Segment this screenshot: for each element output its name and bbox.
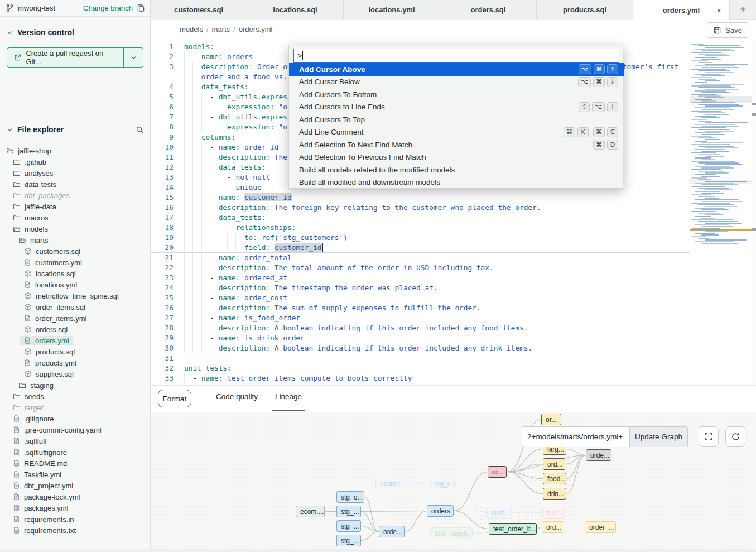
lineage-node-18-orde[interactable]: orde... bbox=[586, 449, 611, 461]
tab-customers-sql[interactable]: customers.sql bbox=[151, 0, 247, 20]
lineage-node-15-ord[interactable]: ord... bbox=[543, 458, 565, 470]
tab-orders-yml[interactable]: orders.yml× bbox=[633, 0, 730, 20]
code-line-30[interactable]: 30 description: A boolean indicating if … bbox=[151, 343, 690, 353]
file-tree-item--gitignore[interactable]: .gitignore bbox=[0, 413, 151, 424]
file-tree-item-readme-md[interactable]: README.md bbox=[0, 458, 151, 469]
lineage-node-19-cus[interactable]: cus... bbox=[542, 507, 565, 519]
file-explorer-header[interactable]: File explorer bbox=[0, 122, 151, 137]
file-tree-item-taskfile-yml[interactable]: Taskfile.yml bbox=[0, 469, 151, 480]
file-tree-item-jaffle-shop[interactable]: jaffle-shop bbox=[0, 145, 151, 156]
palette-item-add-cursor-above[interactable]: Add Cursor Above⌥⌘↑ bbox=[289, 63, 624, 76]
file-tree-item-staging[interactable]: staging bbox=[0, 380, 151, 391]
code-line-19[interactable]: 19 to: ref('stg_customers') bbox=[151, 233, 690, 243]
code-line-31[interactable]: 31 bbox=[151, 353, 690, 363]
update-graph-button[interactable]: Update Graph bbox=[630, 426, 688, 447]
lineage-node-12-test_supply[interactable]: test_supply... bbox=[430, 527, 473, 539]
code-line-25[interactable]: 25 - name: order_cost bbox=[151, 293, 690, 303]
file-tree-item-marts[interactable]: marts bbox=[0, 234, 151, 246]
lineage-node-21-order_[interactable]: order_... bbox=[585, 521, 616, 533]
palette-item-add-cursor-below[interactable]: Add Cursor Below⌥⌘↓ bbox=[289, 76, 624, 89]
file-tree-item-locations-yml[interactable]: locations.yml bbox=[0, 279, 151, 290]
palette-item-build-all-modified-and-downstream-models[interactable]: Build all modified and downstream models bbox=[289, 176, 624, 189]
file-tree-item-customers-sql[interactable]: customers.sql bbox=[0, 246, 151, 257]
file-tree-item--github[interactable]: .github bbox=[0, 156, 151, 167]
lineage-node-11-test_order_it[interactable]: test_order_it... bbox=[489, 523, 537, 535]
code-line-24[interactable]: 24 description: The timestamp the order … bbox=[151, 283, 690, 293]
code-line-21[interactable]: 21 - name: order_total bbox=[151, 253, 690, 263]
file-tree-item-customers-yml[interactable]: customers.yml bbox=[0, 257, 151, 268]
file-tree-item-target[interactable]: target bbox=[0, 402, 151, 413]
lineage-node-5-orde[interactable]: orde... bbox=[379, 526, 405, 537]
palette-item-add-selection-to-next-find-match[interactable]: Add Selection To Next Find Match⌘D bbox=[289, 138, 624, 151]
lineage-selector-input[interactable]: 2+models/marts/orders.yml+ bbox=[522, 426, 630, 447]
lineage-node-1-stg_o[interactable]: stg_o... bbox=[336, 491, 364, 503]
palette-item-add-selection-to-previous-find-match[interactable]: Add Selection To Previous Find Match bbox=[289, 151, 624, 164]
code-line-29[interactable]: 29 - name: is_drink_order bbox=[151, 333, 690, 343]
copy-icon[interactable] bbox=[137, 4, 145, 12]
code-line-28[interactable]: 28 description: A boolean indicating if … bbox=[151, 323, 690, 333]
file-tree-item-models[interactable]: models bbox=[0, 223, 151, 234]
file-tree-item-products-sql[interactable]: products.sql bbox=[0, 346, 151, 357]
file-tree-item-locations-sql[interactable]: locations.sql bbox=[0, 268, 151, 279]
file-tree-item-packages-yml[interactable]: packages.yml bbox=[0, 502, 151, 513]
tab-products-sql[interactable]: products.sql bbox=[537, 0, 633, 20]
code-line-27[interactable]: 27 - name: is_food_order bbox=[151, 313, 690, 323]
create-pull-request-button[interactable]: Create a pull request on Git... bbox=[7, 47, 143, 68]
file-tree-item-dbt-project-yml[interactable]: dbt_project.yml bbox=[0, 480, 151, 491]
lineage-node-13-or[interactable]: or... bbox=[541, 414, 561, 425]
code-line-17[interactable]: 17 data_tests: bbox=[151, 213, 690, 223]
file-tree-item--pre-commit-config-yaml[interactable]: .pre-commit-config.yaml bbox=[0, 424, 151, 435]
file-tree-item-supplies-sql[interactable]: supplies.sql bbox=[0, 368, 151, 380]
refresh-button[interactable] bbox=[725, 426, 745, 447]
code-line-23[interactable]: 23 - name: ordered_at bbox=[151, 273, 690, 283]
lineage-node-7-ecomr[interactable]: ecom.r... bbox=[375, 478, 413, 489]
palette-item-add-cursors-to-line-ends[interactable]: Add Cursors to Line Ends⇧⌥I bbox=[289, 101, 624, 114]
file-tree-item-macros[interactable]: macros bbox=[0, 212, 151, 223]
file-tree-item-package-lock-yml[interactable]: package-lock.yml bbox=[0, 491, 151, 502]
file-tree-item-analyses[interactable]: analyses bbox=[0, 167, 151, 179]
tab-lineage[interactable]: Lineage bbox=[275, 392, 302, 401]
code-line-22[interactable]: 22 description: The total amount of the … bbox=[151, 263, 690, 273]
file-tree-item-order-items-yml[interactable]: order_items.yml bbox=[0, 313, 151, 324]
code-line-32[interactable]: 32unit_tests: bbox=[151, 363, 690, 373]
lineage-node-9-or[interactable]: or... bbox=[488, 466, 507, 478]
pr-button-dropdown[interactable] bbox=[124, 48, 143, 67]
command-palette-input[interactable]: > bbox=[293, 49, 619, 63]
file-tree-item-seeds[interactable]: seeds bbox=[0, 391, 151, 402]
file-tree-item-data-tests[interactable]: data-tests bbox=[0, 179, 151, 190]
file-tree-item-requirements-in[interactable]: requirements.in bbox=[0, 513, 151, 525]
lineage-canvas[interactable]: 2+models/marts/orders.yml+ Update Graph … bbox=[151, 412, 756, 549]
version-control-header[interactable]: Version control bbox=[0, 25, 151, 40]
file-tree-item-orders-yml[interactable]: orders.yml bbox=[0, 335, 151, 346]
file-tree-item--sqlfluffignore[interactable]: .sqlfluffignore bbox=[0, 447, 151, 458]
tab-code-quality[interactable]: Code quality bbox=[216, 392, 258, 401]
change-branch-link[interactable]: Change branch bbox=[83, 4, 133, 12]
format-button[interactable]: Format bbox=[158, 390, 191, 407]
search-icon[interactable] bbox=[136, 126, 144, 134]
new-tab-button[interactable]: + bbox=[730, 0, 756, 19]
lineage-node-6-orders[interactable]: orders bbox=[427, 505, 454, 517]
code-line-15[interactable]: 15 - name: customer_id bbox=[151, 193, 690, 203]
save-button[interactable]: Save bbox=[706, 22, 749, 38]
file-tree-item-products-yml[interactable]: products.yml bbox=[0, 357, 151, 368]
file-tree-item-jaffle-data[interactable]: jaffle-data bbox=[0, 201, 151, 212]
file-tree-item-metricflow-time-spine-sql[interactable]: metricflow_time_spine.sql bbox=[0, 290, 151, 301]
lineage-node-8-stg_c[interactable]: stg_c... bbox=[430, 478, 455, 489]
palette-item-add-cursors-to-bottom[interactable]: Add Cursors To Bottom bbox=[289, 88, 624, 101]
minimap[interactable] bbox=[690, 44, 752, 300]
editor-scrollbar[interactable] bbox=[752, 40, 756, 385]
close-icon[interactable]: × bbox=[716, 6, 721, 15]
fullscreen-button[interactable] bbox=[699, 426, 719, 447]
tab-locations-yml[interactable]: locations.yml bbox=[344, 0, 440, 20]
lineage-node-3-stg_[interactable]: stg_... bbox=[336, 520, 361, 532]
create-pull-request-main[interactable]: Create a pull request on Git... bbox=[7, 48, 124, 67]
file-tree-item-orders-sql[interactable]: orders.sql bbox=[0, 324, 151, 335]
lineage-node-2-stg_[interactable]: stg_... bbox=[336, 506, 361, 517]
code-line-16[interactable]: 16 description: The foreign key relating… bbox=[151, 203, 690, 213]
palette-item-build-all-models-related-to-the-modified-models[interactable]: Build all models related to the modified… bbox=[289, 164, 624, 176]
file-tree-item--sqlfluff[interactable]: .sqlfluff bbox=[0, 435, 151, 447]
lineage-node-10-cust[interactable]: cust... bbox=[487, 507, 512, 519]
file-tree-item-dbt-packages[interactable]: dbt_packages bbox=[0, 190, 151, 201]
code-line-26[interactable]: 26 description: The sum of supply expens… bbox=[151, 303, 690, 313]
code-line-18[interactable]: 18 - relationships: bbox=[151, 223, 690, 233]
